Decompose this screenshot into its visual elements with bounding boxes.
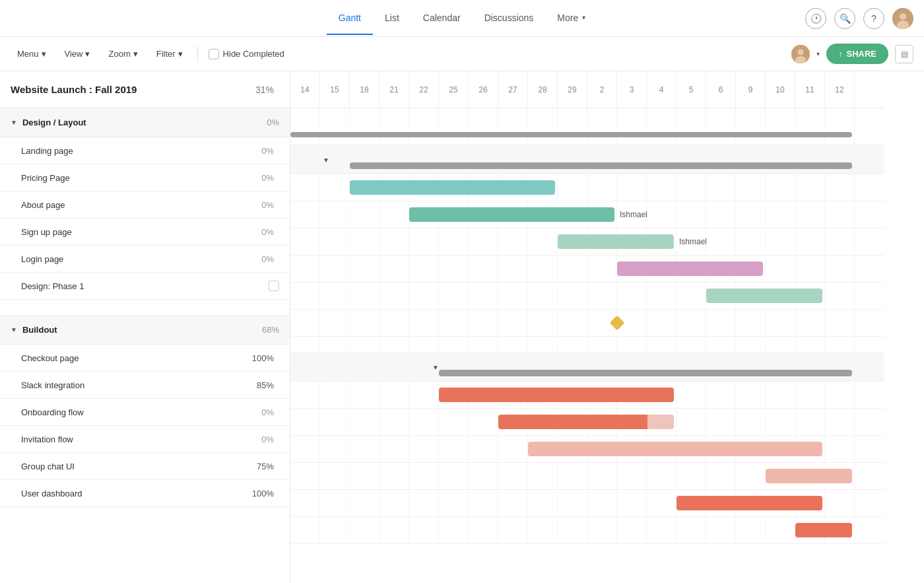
collapse-arrow-buildout: ▼: [11, 326, 17, 333]
gantt-row-pricing: Ishmael: [290, 201, 884, 228]
task-pct: 0%: [261, 146, 279, 156]
task-pct: 0%: [261, 434, 279, 444]
gantt-bar[interactable]: [766, 469, 852, 483]
gantt-bar[interactable]: [439, 388, 674, 402]
help-icon[interactable]: ?: [863, 8, 884, 29]
task-name: Onboarding flow: [21, 407, 261, 417]
view-button[interactable]: View ▾: [58, 45, 97, 63]
gantt-row-login: [290, 283, 884, 310]
gantt-group-row-design: ▼: [290, 145, 884, 174]
gantt-bar[interactable]: [409, 207, 614, 222]
task-name: About page: [21, 200, 261, 210]
gantt-group-row-buildout: ▼: [290, 353, 884, 382]
milestone-checkbox[interactable]: [269, 281, 279, 291]
task-row-onboarding[interactable]: Onboarding flow 0%: [0, 399, 290, 426]
gantt-row-landing: [290, 174, 884, 201]
tab-more[interactable]: More ▾: [545, 2, 597, 35]
group-header-design-layout[interactable]: ▼ Design / Layout 0%: [0, 108, 290, 137]
gantt-row-invitation: [290, 463, 884, 490]
search-icon[interactable]: 🔍: [834, 8, 855, 29]
layout-icon[interactable]: ▤: [895, 45, 913, 63]
task-row-design-phase1[interactable]: Design: Phase 1: [0, 273, 290, 300]
tab-discussions[interactable]: Discussions: [473, 2, 546, 35]
top-nav: Gantt List Calendar Discussions More ▾ 🕐…: [0, 0, 924, 37]
clock-icon[interactable]: 🕐: [805, 8, 826, 29]
toolbar: Menu ▾ View ▾ Zoom ▾ Filter ▾ Hide Compl…: [0, 37, 924, 71]
gantt-rows: ▼IshmaelIshmael▼: [290, 108, 884, 544]
task-row-slack[interactable]: Slack integration 85%: [0, 372, 290, 399]
gantt-bar[interactable]: [676, 496, 822, 510]
project-pct: 31%: [255, 85, 279, 95]
task-row-login-page[interactable]: Login page 0%: [0, 246, 290, 273]
gantt-bar[interactable]: [350, 180, 555, 195]
hide-completed-label[interactable]: Hide Completed: [223, 49, 284, 59]
share-icon: ↑: [838, 49, 843, 59]
task-row-checkout[interactable]: Checkout page 100%: [0, 345, 290, 372]
chevron-down-icon: ▾: [85, 49, 90, 59]
task-name: Pricing Page: [21, 173, 261, 183]
menu-button[interactable]: Menu ▾: [11, 45, 53, 63]
gantt-bar[interactable]: [290, 132, 852, 137]
hide-completed-wrap: Hide Completed: [209, 49, 284, 59]
timeline-date-22: 22: [409, 71, 439, 108]
hide-completed-checkbox[interactable]: [209, 49, 219, 59]
gantt-spacer: [290, 337, 884, 353]
collapse-arrow[interactable]: ▼: [323, 156, 329, 163]
chevron-down-icon: ▾: [133, 49, 138, 59]
gantt-bar[interactable]: [558, 234, 674, 249]
task-row-invitation[interactable]: Invitation flow 0%: [0, 426, 290, 453]
gantt-inner: 14151821222526272829234569101112 ▼Ishmae…: [290, 71, 884, 544]
gantt-bar[interactable]: [528, 442, 822, 456]
user-avatar[interactable]: [892, 8, 913, 29]
project-header: Website Launch : Fall 2019 31%: [0, 71, 290, 108]
group-title-buildout: Buildout: [22, 325, 262, 335]
spacer: [0, 300, 290, 316]
timeline-date-11: 11: [795, 71, 825, 108]
timeline-date-10: 10: [766, 71, 795, 108]
gantt-bar[interactable]: [795, 523, 852, 537]
timeline-date-28: 28: [528, 71, 558, 108]
gantt-bar[interactable]: [617, 261, 763, 276]
task-row-about-page[interactable]: About page 0%: [0, 191, 290, 219]
collaborator-avatar[interactable]: [791, 45, 810, 63]
gantt-row-milestone: [290, 310, 884, 337]
tab-list[interactable]: List: [373, 2, 411, 35]
gantt-bar[interactable]: [439, 370, 852, 376]
task-row-group-chat[interactable]: Group chat UI 75%: [0, 453, 290, 480]
task-row-pricing-page[interactable]: Pricing Page 0%: [0, 164, 290, 191]
timeline-date-29: 29: [558, 71, 587, 108]
chevron-down-icon[interactable]: ▾: [816, 50, 820, 57]
task-pct: 0%: [261, 254, 279, 264]
share-button[interactable]: ↑ SHARE: [826, 44, 888, 64]
timeline-date-4: 4: [647, 71, 676, 108]
timeline-date-26: 26: [469, 71, 498, 108]
gantt-bar-slack[interactable]: [498, 415, 674, 429]
task-row-signup-page[interactable]: Sign up page 0%: [0, 219, 290, 246]
timeline-date-2: 2: [587, 71, 617, 108]
collapse-arrow-design: ▼: [11, 119, 17, 126]
timeline-date-3: 3: [617, 71, 647, 108]
group-pct-buildout: 68%: [262, 325, 279, 335]
timeline-date-6: 6: [706, 71, 736, 108]
gantt-bar[interactable]: [706, 289, 822, 303]
zoom-button[interactable]: Zoom ▾: [102, 45, 144, 63]
task-row-landing-page[interactable]: Landing page 0%: [0, 137, 290, 164]
collapse-arrow-buildout[interactable]: ▼: [432, 363, 439, 370]
task-pct: 0%: [261, 173, 279, 183]
task-row-user-dashboard[interactable]: User dashboard 100%: [0, 480, 290, 507]
gantt-row-group-chat: [290, 490, 884, 517]
group-header-buildout[interactable]: ▼ Buildout 68%: [0, 316, 290, 345]
timeline-date-14: 14: [290, 71, 320, 108]
filter-button[interactable]: Filter ▾: [150, 45, 189, 63]
gantt-bar[interactable]: [350, 162, 852, 169]
project-title: Website Launch : Fall 2019: [11, 84, 255, 95]
task-pct: 100%: [252, 353, 279, 363]
timeline-date-25: 25: [439, 71, 469, 108]
timeline-date-12: 12: [825, 71, 855, 108]
group-pct-design: 0%: [267, 118, 279, 127]
tab-gantt[interactable]: Gantt: [327, 2, 373, 35]
timeline-date-21: 21: [380, 71, 409, 108]
tab-calendar[interactable]: Calendar: [411, 2, 473, 35]
separator: [197, 46, 198, 62]
svg-point-4: [797, 49, 803, 55]
